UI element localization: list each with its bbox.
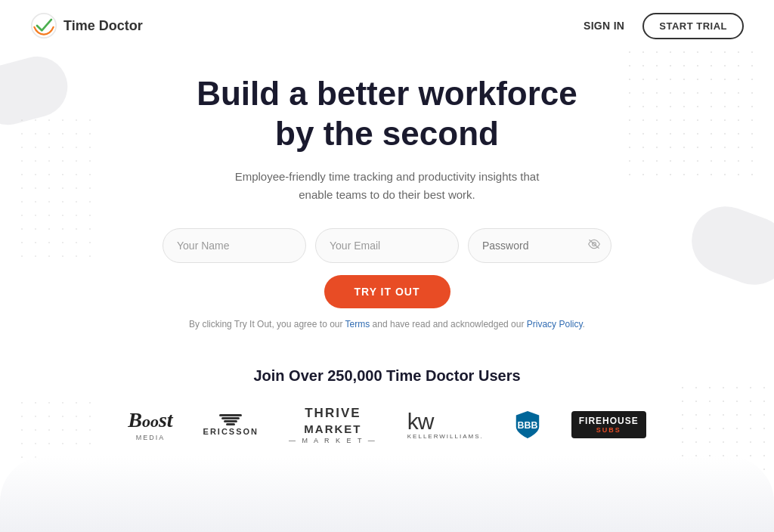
name-input[interactable] — [163, 228, 306, 263]
try-it-out-button[interactable]: TRY IT OUT — [324, 275, 450, 308]
firehouse-logo: FIREHOUSE SUBS — [571, 411, 646, 438]
terms-suffix: . — [583, 319, 585, 329]
terms-prefix: By clicking Try It Out, you agree to our — [189, 319, 345, 329]
firehouse-name: FIREHOUSE — [579, 416, 639, 426]
ericsson-logo: ERICSSON — [203, 414, 259, 436]
firehouse-subs: SUBS — [579, 426, 639, 434]
thrive-sub-dashes: — M A R K E T — — [289, 437, 377, 444]
firehouse-logo-box: FIREHOUSE SUBS — [571, 411, 646, 438]
thrive-logo-text2: MARKET — [304, 422, 361, 435]
signup-form — [163, 228, 611, 263]
header-actions: SIGN IN START TRIAL — [584, 13, 744, 39]
social-proof-title: Join Over 250,000 Time Doctor Users — [0, 367, 774, 385]
main-content: Build a better workforce by the second E… — [0, 51, 774, 329]
terms-middle: and have read and acknowledged our — [370, 319, 527, 329]
kw-sub-text: KELLERWILLIAMS. — [407, 433, 484, 440]
boost-logo-text: Boost — [128, 408, 172, 432]
svg-text:BBB: BBB — [517, 420, 537, 431]
brand-logos-row: Boost MEDIA ERICSSON THRIVE MARKET — M A… — [0, 406, 774, 444]
sign-in-button[interactable]: SIGN IN — [584, 20, 624, 32]
logo-area: Time Doctor — [30, 12, 143, 39]
decorative-bottom-wave — [0, 456, 774, 532]
social-proof-section: Join Over 250,000 Time Doctor Users Boos… — [0, 367, 774, 444]
email-input[interactable] — [315, 228, 459, 263]
password-wrapper — [468, 228, 611, 263]
thrive-logo-text: THRIVE — [305, 406, 361, 421]
ericsson-label-text: ERICSSON — [203, 427, 259, 436]
hero-title-line1: Build a better workforce — [197, 75, 577, 112]
bbb-shield-icon: BBB — [514, 410, 541, 440]
start-trial-button[interactable]: START TRIAL — [642, 13, 744, 39]
hero-title-line2: by the second — [275, 115, 499, 152]
kw-main-text: kw — [407, 410, 434, 433]
privacy-link[interactable]: Privacy Policy — [527, 319, 583, 329]
ericsson-signal-bars — [219, 414, 242, 425]
logo-text: Time Doctor — [63, 18, 143, 34]
hero-subtitle: Employee-friendly time tracking and prod… — [228, 168, 546, 204]
kw-logo-inner: kw KELLERWILLIAMS. — [407, 410, 484, 440]
terms-text: By clicking Try It Out, you agree to our… — [189, 319, 585, 329]
toggle-password-icon[interactable] — [587, 239, 601, 252]
header: Time Doctor SIGN IN START TRIAL — [0, 0, 774, 51]
logo-svg — [30, 12, 57, 39]
bbb-logo: BBB — [514, 410, 541, 440]
thrive-logo: THRIVE MARKET — M A R K E T — — [289, 406, 377, 444]
boost-sub-text: MEDIA — [136, 434, 166, 441]
hero-title: Build a better workforce by the second — [197, 74, 577, 154]
terms-link[interactable]: Terms — [345, 319, 370, 329]
boost-logo: Boost MEDIA — [128, 408, 172, 441]
kw-logo: kw KELLERWILLIAMS. — [407, 410, 484, 440]
